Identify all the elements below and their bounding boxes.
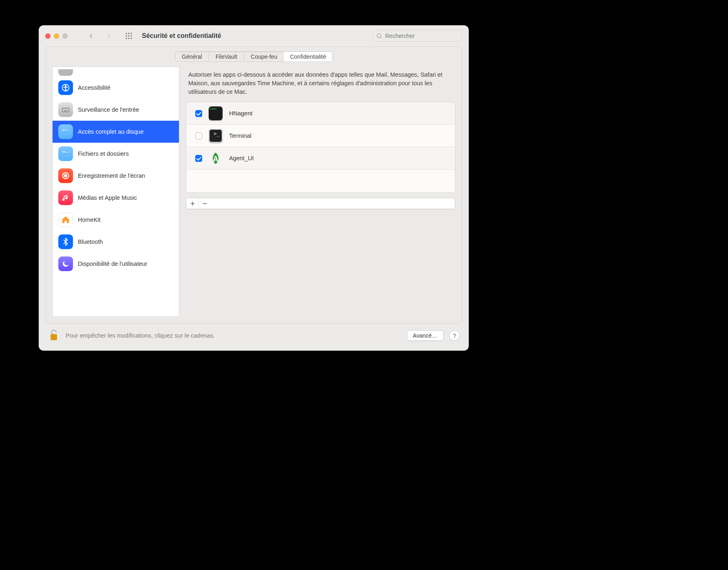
tab-general[interactable]: Général [175, 52, 209, 62]
zoom-window-button [62, 33, 68, 39]
tab-filevault[interactable]: FileVault [209, 52, 244, 62]
bluetooth-icon [58, 234, 73, 249]
content-row: Accessibilité Surveillance de l'entrée A… [46, 66, 462, 323]
svg-point-21 [64, 175, 67, 177]
lock-message: Pour empêcher les modifications, cliquez… [66, 332, 215, 339]
svg-text:A: A [213, 155, 218, 163]
sidebar-item-input-monitoring[interactable]: Surveillance de l'entrée [53, 99, 179, 121]
app-name: Terminal [229, 133, 251, 139]
app-checkbox-terminal[interactable] [195, 133, 202, 139]
window-controls [45, 33, 68, 39]
terminal-exec-icon: exec [209, 106, 223, 120]
add-app-button[interactable] [186, 198, 199, 209]
window-title: Sécurité et confidentialité [142, 32, 221, 40]
folder-icon [58, 124, 73, 139]
search-wrap [373, 30, 462, 42]
folder-icon [58, 146, 73, 161]
remove-app-button[interactable] [199, 198, 211, 209]
sidebar-label: Fichiers et dossiers [78, 150, 129, 157]
app-row-empty [186, 170, 455, 192]
close-window-button[interactable] [45, 33, 51, 39]
home-icon [58, 212, 73, 227]
svg-point-7 [128, 38, 130, 39]
moon-icon [58, 256, 73, 271]
app-checkbox-agent-ui[interactable] [195, 155, 202, 162]
sidebar-label: Bluetooth [78, 239, 103, 245]
app-row[interactable]: >_ Terminal [186, 125, 455, 147]
music-icon [58, 190, 73, 205]
sidebar-item-accessibility[interactable]: Accessibilité [53, 77, 179, 99]
sidebar-label: Disponibilité de l'utilisateur [78, 261, 147, 267]
svg-point-2 [131, 33, 132, 34]
svg-point-4 [128, 35, 130, 37]
sidebar-item-full-disk-access[interactable]: Accès complet au disque [53, 121, 179, 143]
svg-point-6 [126, 38, 127, 39]
sidebar-item-files-folders[interactable]: Fichiers et dossiers [53, 143, 179, 165]
advanced-button[interactable]: Avancé… [407, 330, 443, 341]
privacy-sidebar-scroll[interactable]: Accessibilité Surveillance de l'entrée A… [53, 68, 179, 316]
prefs-panel: Général FileVault Coupe-feu Confidential… [45, 46, 462, 324]
svg-point-12 [65, 86, 66, 87]
svg-point-9 [377, 34, 381, 38]
svg-rect-13 [62, 108, 69, 112]
svg-point-8 [131, 38, 132, 39]
right-column: Autoriser les apps ci-dessous à accéder … [186, 66, 455, 317]
app-permission-list: exec HNagent >_ Terminal A [186, 102, 455, 193]
svg-line-10 [380, 37, 382, 38]
preferences-window: Sécurité et confidentialité Général File… [39, 25, 469, 351]
sidebar-item-partial[interactable] [53, 68, 179, 77]
record-icon [58, 168, 73, 183]
tabs-segmented: Général FileVault Coupe-feu Confidential… [175, 51, 333, 62]
app-name: HNagent [229, 110, 252, 117]
sidebar-label: Enregistrement de l'écran [78, 172, 145, 179]
svg-point-1 [128, 33, 130, 34]
sidebar-item-screen-recording[interactable]: Enregistrement de l'écran [53, 165, 179, 187]
show-all-prefs-button[interactable] [124, 31, 134, 41]
forward-button[interactable] [103, 31, 115, 41]
generic-icon [58, 69, 73, 76]
search-icon [376, 33, 382, 39]
sidebar-label: HomeKit [78, 217, 101, 223]
sidebar-label: Surveillance de l'entrée [78, 106, 139, 113]
svg-point-3 [126, 35, 127, 37]
minimize-window-button[interactable] [54, 33, 59, 39]
window-toolbar: Sécurité et confidentialité [39, 25, 469, 46]
accessibility-icon [58, 80, 73, 95]
sidebar-item-media-apple-music[interactable]: Médias et Apple Music [53, 187, 179, 209]
sidebar-label: Médias et Apple Music [78, 194, 137, 201]
tabs-row: Général FileVault Coupe-feu Confidential… [46, 47, 462, 66]
sidebar-label: Accessibilité [78, 84, 110, 91]
terminal-icon: >_ [209, 129, 223, 143]
help-button[interactable]: ? [449, 330, 460, 341]
sidebar-item-bluetooth[interactable]: Bluetooth [53, 231, 179, 253]
privacy-sidebar: Accessibilité Surveillance de l'entrée A… [52, 66, 179, 317]
add-remove-control [186, 198, 455, 209]
svg-point-0 [126, 33, 127, 34]
permission-description: Autoriser les apps ci-dessous à accéder … [186, 66, 455, 102]
app-row[interactable]: exec HNagent [186, 102, 455, 125]
app-row[interactable]: A Agent_UI [186, 147, 455, 170]
sidebar-item-focus[interactable]: Disponibilité de l'utilisateur [53, 253, 179, 275]
tab-firewall[interactable]: Coupe-feu [244, 52, 284, 62]
lock-button[interactable] [48, 328, 60, 343]
sidebar-item-homekit[interactable]: HomeKit [53, 209, 179, 231]
back-button[interactable] [85, 31, 97, 41]
app-name: Agent_UI [229, 155, 254, 161]
keyboard-icon [58, 102, 73, 117]
tab-privacy[interactable]: Confidentialité [283, 51, 333, 62]
app-checkbox-hnagent[interactable] [195, 110, 202, 117]
svg-point-5 [131, 35, 132, 37]
window-footer: Pour empêcher les modifications, cliquez… [39, 324, 469, 351]
sidebar-label: Accès complet au disque [78, 128, 143, 135]
agent-a-icon: A [209, 151, 223, 165]
search-input[interactable] [373, 30, 462, 42]
